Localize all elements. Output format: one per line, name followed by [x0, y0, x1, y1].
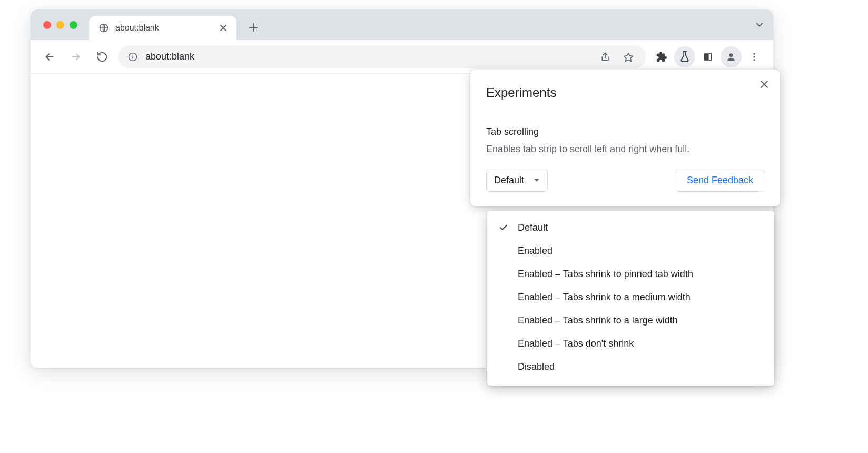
- experiment-option[interactable]: Enabled – Tabs don't shrink: [487, 332, 774, 355]
- caret-down-icon: [534, 177, 540, 183]
- new-tab-button[interactable]: [244, 18, 263, 37]
- experiment-option[interactable]: Disabled: [487, 355, 774, 378]
- experiment-option-label: Default: [518, 222, 548, 233]
- experiment-option-label: Enabled – Tabs shrink to a medium width: [518, 292, 691, 303]
- svg-point-6: [753, 53, 755, 54]
- toolbar-actions: [651, 46, 765, 67]
- profile-button[interactable]: [721, 46, 742, 67]
- experiment-option[interactable]: Default: [487, 216, 774, 239]
- experiment-select-value: Default: [494, 175, 524, 186]
- svg-point-3: [132, 54, 133, 55]
- share-button[interactable]: [597, 49, 613, 65]
- experiment-option-label: Enabled: [518, 245, 553, 257]
- experiments-popup: Experiments Tab scrolling Enables tab st…: [470, 70, 780, 206]
- back-button[interactable]: [39, 46, 60, 67]
- globe-icon: [98, 23, 109, 33]
- reload-button[interactable]: [92, 46, 113, 67]
- url-input[interactable]: [145, 51, 590, 62]
- popup-close-button[interactable]: [757, 77, 772, 92]
- forward-button[interactable]: [65, 46, 86, 67]
- extensions-button[interactable]: [651, 46, 672, 67]
- check-icon: [498, 223, 509, 232]
- send-feedback-label: Send Feedback: [687, 175, 753, 186]
- window-minimize-button[interactable]: [56, 21, 64, 29]
- experiment-option[interactable]: Enabled – Tabs shrink to pinned tab widt…: [487, 262, 774, 285]
- experiment-dropdown: DefaultEnabledEnabled – Tabs shrink to p…: [487, 211, 774, 386]
- tab-overflow-button[interactable]: [754, 9, 765, 40]
- window-close-button[interactable]: [43, 21, 51, 29]
- popup-title: Experiments: [470, 70, 780, 100]
- toolbar: [31, 40, 773, 74]
- svg-marker-4: [624, 53, 633, 61]
- bookmark-button[interactable]: [620, 49, 636, 65]
- experiment-option[interactable]: Enabled – Tabs shrink to a medium width: [487, 285, 774, 309]
- experiment-option-label: Disabled: [518, 361, 555, 372]
- tab-title: about:blank: [115, 23, 212, 33]
- experiment-controls: Default Send Feedback: [470, 156, 780, 192]
- address-bar[interactable]: [118, 45, 646, 68]
- window-controls: [37, 9, 89, 40]
- experiment-section: Tab scrolling Enables tab strip to scrol…: [470, 100, 780, 156]
- experiment-option[interactable]: Enabled: [487, 239, 774, 262]
- svg-point-5: [729, 53, 733, 57]
- svg-point-7: [753, 56, 755, 57]
- experiment-label: Tab scrolling: [486, 126, 764, 137]
- send-feedback-button[interactable]: Send Feedback: [676, 169, 764, 192]
- experiment-option-label: Enabled – Tabs don't shrink: [518, 338, 634, 349]
- menu-button[interactable]: [744, 46, 765, 67]
- experiments-button[interactable]: [674, 46, 695, 67]
- experiment-option[interactable]: Enabled – Tabs shrink to a large width: [487, 309, 774, 332]
- svg-point-8: [753, 59, 755, 61]
- window-zoom-button[interactable]: [70, 21, 77, 29]
- tab-close-button[interactable]: [219, 23, 228, 33]
- browser-tab[interactable]: about:blank: [89, 16, 236, 40]
- tab-strip: about:blank: [31, 9, 773, 40]
- experiment-description: Enables tab strip to scroll left and rig…: [486, 143, 764, 156]
- experiment-option-label: Enabled – Tabs shrink to pinned tab widt…: [518, 269, 693, 280]
- side-panel-button[interactable]: [697, 46, 718, 67]
- site-info-icon[interactable]: [127, 52, 138, 62]
- experiment-select[interactable]: Default: [486, 169, 548, 192]
- experiment-option-label: Enabled – Tabs shrink to a large width: [518, 315, 678, 326]
